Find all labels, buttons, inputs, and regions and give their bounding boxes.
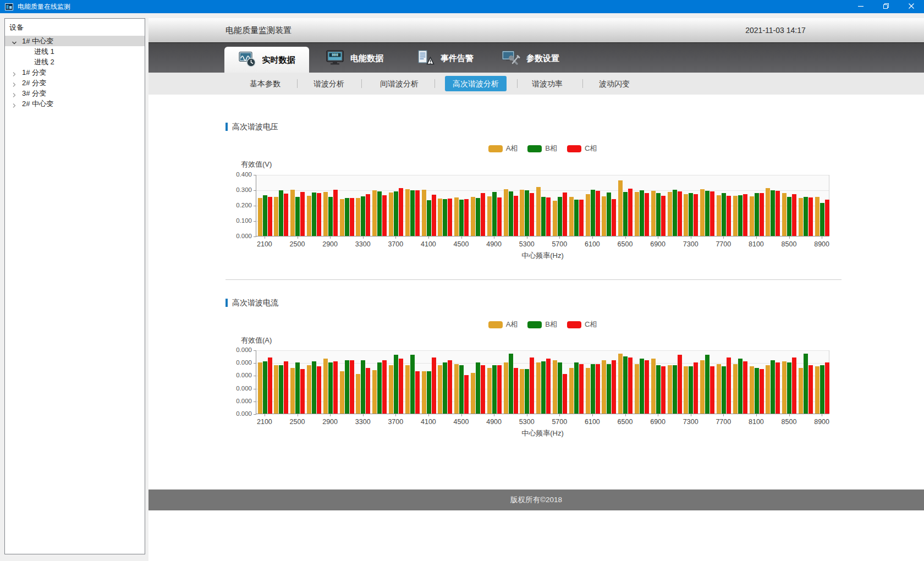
- chart-bar: [815, 197, 820, 236]
- tree-item[interactable]: 2# 分变: [5, 78, 145, 88]
- chart-bar: [377, 191, 382, 237]
- x-tick-label: 5300: [519, 418, 535, 426]
- x-tick-mark: [658, 237, 658, 239]
- x-tick-mark: [330, 414, 331, 416]
- chart-bar: [323, 192, 328, 236]
- tree-item[interactable]: 进线 2: [5, 57, 145, 67]
- chart-bar: [448, 360, 452, 414]
- chart-bar: [504, 189, 508, 236]
- chart-bar: [684, 366, 688, 414]
- chart-bar: [640, 190, 644, 236]
- y-tick-label: 0.200: [224, 202, 252, 208]
- y-tick-mark: [254, 175, 256, 175]
- chart-bar: [340, 371, 344, 414]
- legend-swatch: [488, 145, 503, 152]
- chart-bar: [776, 191, 780, 236]
- chart-bar: [366, 368, 370, 414]
- chart-bar: [787, 197, 791, 236]
- legend-label: C相: [585, 320, 597, 329]
- chart-bar: [471, 197, 475, 236]
- chart-bar: [422, 371, 426, 414]
- chart-bar: [661, 196, 666, 236]
- minimize-button[interactable]: [848, 0, 873, 13]
- tree-item[interactable]: 3# 分变: [5, 88, 145, 98]
- x-tick-mark: [559, 237, 560, 239]
- chart-bar: [558, 362, 562, 414]
- legend-item: A相: [488, 144, 518, 153]
- x-tick-label: 2900: [322, 240, 338, 248]
- x-tick-mark: [625, 414, 626, 416]
- tree-item-label: 1# 中心变: [22, 36, 53, 46]
- chart-bar: [771, 360, 775, 414]
- x-tick-label: 2500: [290, 240, 305, 248]
- chart-title: 高次谐波电流: [232, 298, 278, 308]
- chart-bar: [454, 197, 459, 236]
- restore-icon: [883, 2, 889, 12]
- chart-bar: [689, 193, 693, 236]
- chart-bar: [694, 194, 698, 236]
- chart-bar: [602, 196, 606, 236]
- x-tick-label: 5700: [552, 418, 567, 426]
- chart-bar: [579, 364, 584, 414]
- chart-bar: [755, 193, 759, 236]
- y-tick-mark: [254, 376, 256, 376]
- legend-label: B相: [545, 144, 557, 153]
- chart-bar: [340, 199, 344, 236]
- chart-bar: [618, 180, 623, 236]
- chart-bar: [268, 197, 272, 236]
- tree-item[interactable]: 1# 中心变: [5, 36, 145, 46]
- chart-bar: [705, 355, 710, 414]
- chart-bar: [792, 358, 796, 414]
- x-tick-mark: [428, 414, 429, 416]
- y-tick-mark: [254, 414, 256, 415]
- chart-bar: [525, 190, 529, 236]
- x-tick-mark: [592, 414, 593, 416]
- x-tick-label: 7300: [683, 418, 698, 426]
- chart-bar: [487, 368, 492, 414]
- chart-bar: [766, 365, 770, 414]
- chart-bar: [476, 362, 480, 414]
- chart-divider: [226, 279, 842, 280]
- device-panel-title: 设备: [5, 19, 145, 36]
- chevron-right-icon[interactable]: [12, 101, 17, 111]
- chart-bar: [678, 191, 682, 236]
- y-tick-label: 0.000: [224, 372, 252, 378]
- close-button[interactable]: [899, 0, 924, 13]
- x-tick-mark: [822, 414, 822, 416]
- chart-bar: [651, 191, 656, 236]
- chart-bar: [541, 197, 546, 236]
- x-tick-label: 8100: [749, 240, 764, 248]
- chart-bar: [574, 200, 579, 236]
- x-tick-mark: [461, 237, 462, 239]
- chart-bar: [815, 366, 820, 414]
- chart-bar: [586, 194, 590, 236]
- chart-bar: [541, 361, 546, 414]
- legend-label: C相: [585, 144, 597, 153]
- tree-item[interactable]: 2# 中心变: [5, 98, 145, 109]
- x-tick-label: 4100: [421, 240, 436, 248]
- chart-bar: [471, 373, 475, 414]
- chart-bar: [733, 196, 738, 236]
- chart-bar: [258, 362, 262, 414]
- x-tick-mark: [691, 414, 691, 416]
- chart-bar: [399, 359, 403, 414]
- chart-bar: [640, 359, 644, 414]
- chart-bar: [438, 199, 442, 236]
- legend-item: B相: [527, 144, 557, 153]
- x-tick-label: 3300: [355, 240, 371, 248]
- tree-item[interactable]: 进线 1: [5, 46, 145, 57]
- chart-bar: [782, 361, 787, 414]
- chart-bar: [710, 191, 714, 236]
- chart-bar: [656, 365, 661, 414]
- chart-bar: [487, 196, 492, 236]
- chart-bar: [799, 198, 803, 236]
- restore-button[interactable]: [873, 0, 899, 13]
- chart-bar: [492, 365, 497, 414]
- x-tick-mark: [395, 237, 396, 239]
- chart-bar: [733, 364, 738, 414]
- chart-bar: [635, 192, 639, 236]
- tree-item[interactable]: 1# 分变: [5, 67, 145, 78]
- chart-bar: [717, 195, 721, 236]
- chart-bar: [312, 193, 316, 236]
- chart-bar: [464, 199, 469, 236]
